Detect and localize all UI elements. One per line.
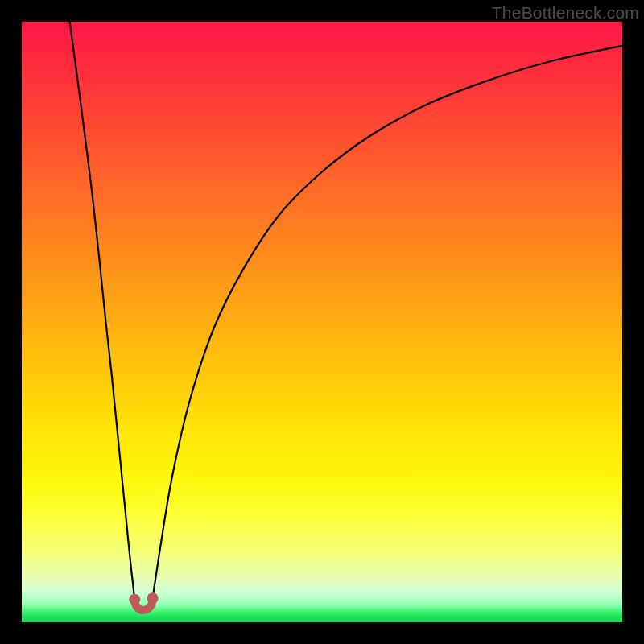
right-branch-line [153, 46, 622, 598]
trough-u-link [134, 598, 152, 610]
gradient-plot-area [22, 22, 622, 622]
watermark-text: TheBottleneck.com [492, 3, 639, 23]
curve-layer [22, 22, 622, 622]
trough-left-marker [129, 594, 140, 605]
left-branch-line [70, 22, 135, 600]
chart-frame: TheBottleneck.com [0, 0, 644, 644]
trough-right-marker [147, 592, 159, 604]
